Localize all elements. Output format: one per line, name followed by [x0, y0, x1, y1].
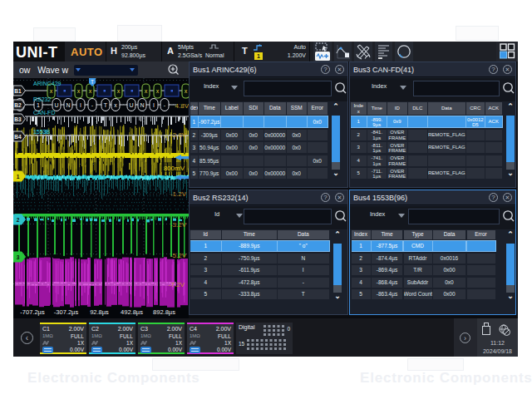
svg-text:I: I: [80, 102, 81, 108]
svg-text:U: U: [129, 102, 133, 108]
svg-text:-307.2µs: -307.2µs: [54, 308, 79, 316]
svg-text:U: U: [54, 102, 58, 108]
svg-text:T: T: [91, 79, 94, 85]
svg-text:B3: B3: [14, 116, 22, 122]
svg-text:x: x: [50, 88, 53, 94]
svg-text:-3.2V: -3.2V: [170, 221, 187, 229]
svg-text:x: x: [185, 88, 188, 94]
svg-text:1: 1: [17, 174, 20, 180]
svg-text:x: x: [89, 88, 92, 94]
svg-text:x: x: [77, 88, 81, 94]
svg-text:N: N: [66, 102, 70, 108]
svg-text:4.8V: 4.8V: [175, 102, 189, 110]
svg-text:CAN-FD: CAN-FD: [33, 110, 55, 116]
svg-text:ARINC429: ARINC429: [33, 81, 62, 86]
svg-text:1: 1: [37, 102, 40, 108]
svg-text:x: x: [117, 88, 121, 94]
svg-text:B2: B2: [14, 102, 22, 108]
svg-text:T: T: [104, 102, 108, 108]
svg-text:x: x: [145, 88, 148, 94]
svg-text:x: x: [114, 102, 117, 108]
svg-text:-707.2µs: -707.2µs: [20, 308, 45, 316]
svg-text:B1: B1: [14, 88, 22, 94]
svg-text:3: 3: [17, 254, 20, 260]
svg-text:892.8µs: 892.8µs: [153, 308, 175, 316]
svg-text:x: x: [156, 88, 160, 94]
svg-text:492.8µs: 492.8µs: [121, 308, 143, 316]
svg-text:2: 2: [17, 217, 20, 223]
svg-text:I: I: [153, 102, 155, 108]
svg-text:92.8µs: 92.8µs: [90, 308, 109, 316]
svg-text:-1.2V: -1.2V: [170, 190, 187, 198]
svg-text:-5.2V: -5.2V: [170, 252, 187, 259]
svg-text:RS232: RS232: [33, 96, 52, 102]
svg-text:-2.8V: -2.8V: [170, 131, 187, 139]
svg-text:-7.2V: -7.2V: [169, 281, 185, 288]
svg-text:N: N: [140, 102, 144, 108]
svg-text:B4: B4: [14, 134, 22, 140]
svg-text:1553B: 1553B: [33, 129, 51, 135]
svg-text:800mV: 800mV: [164, 165, 185, 172]
